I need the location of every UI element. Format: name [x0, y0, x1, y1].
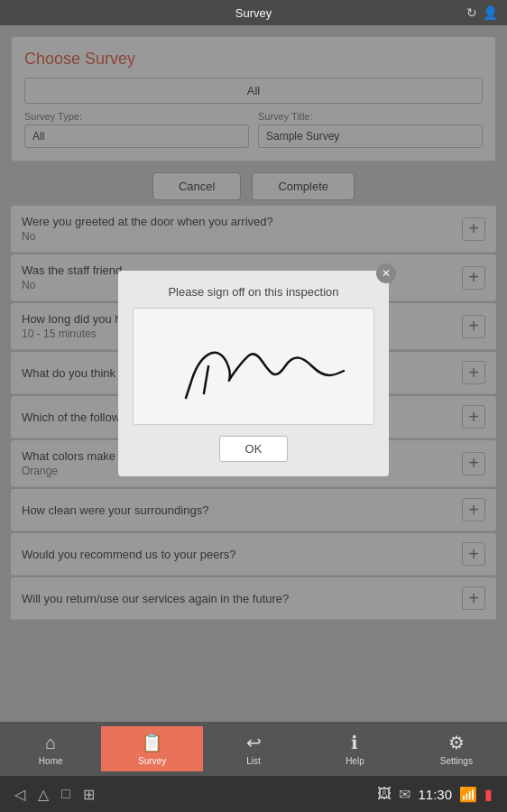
modal-overlay: ✕ Please sign off on this inspection OK: [0, 25, 507, 722]
nav-survey-label: Survey: [138, 756, 166, 766]
gallery-icon: 🖼: [377, 786, 392, 802]
user-icon: 👤: [483, 5, 498, 20]
nav-help-label: Help: [346, 756, 364, 766]
main-content: Choose Survey All Survey Type: All Surve…: [0, 25, 507, 722]
nav-settings[interactable]: ⚙ Settings: [406, 726, 507, 771]
home-sys-icon[interactable]: △: [38, 786, 49, 803]
home-icon: ⌂: [45, 733, 56, 753]
nav-list[interactable]: ↩ List: [203, 726, 304, 771]
system-bar: ◁ △ □ ⊞ 🖼 ✉ 11:30 📶 ▮: [0, 776, 507, 812]
signature-svg: [136, 317, 371, 416]
status-bar-title: Survey: [235, 6, 272, 20]
apps-icon[interactable]: ⊞: [83, 786, 95, 803]
settings-icon: ⚙: [448, 732, 465, 753]
modal-close-button[interactable]: ✕: [376, 263, 396, 283]
list-icon: ↩: [246, 732, 262, 753]
system-time: 11:30: [418, 787, 452, 802]
modal-box: ✕ Please sign off on this inspection OK: [118, 271, 389, 476]
bottom-nav: ⌂ Home 📋 Survey ↩ List ℹ Help ⚙ Settings: [0, 722, 507, 776]
modal-ok-button[interactable]: OK: [219, 436, 289, 462]
nav-settings-label: Settings: [440, 756, 473, 766]
nav-help[interactable]: ℹ Help: [304, 726, 405, 771]
back-icon[interactable]: ◁: [14, 786, 25, 803]
nav-survey[interactable]: 📋 Survey: [101, 726, 202, 771]
nav-home[interactable]: ⌂ Home: [0, 727, 101, 771]
battery-icon: ▮: [484, 786, 493, 803]
nav-home-label: Home: [39, 756, 63, 766]
recents-icon[interactable]: □: [61, 786, 70, 803]
email-icon: ✉: [399, 786, 410, 803]
wifi-icon: 📶: [459, 786, 477, 803]
status-bar-icons: ↻ 👤: [466, 5, 498, 20]
help-icon: ℹ: [351, 732, 358, 753]
survey-icon: 📋: [141, 732, 163, 753]
modal-title: Please sign off on this inspection: [133, 285, 374, 299]
sys-right-area: 🖼 ✉ 11:30 📶 ▮: [377, 786, 493, 803]
refresh-icon: ↻: [466, 5, 477, 20]
status-bar: Survey ↻ 👤: [0, 0, 507, 25]
signature-area[interactable]: [133, 308, 374, 425]
sys-nav-buttons: ◁ △ □ ⊞: [14, 786, 95, 803]
nav-list-label: List: [246, 756, 261, 766]
